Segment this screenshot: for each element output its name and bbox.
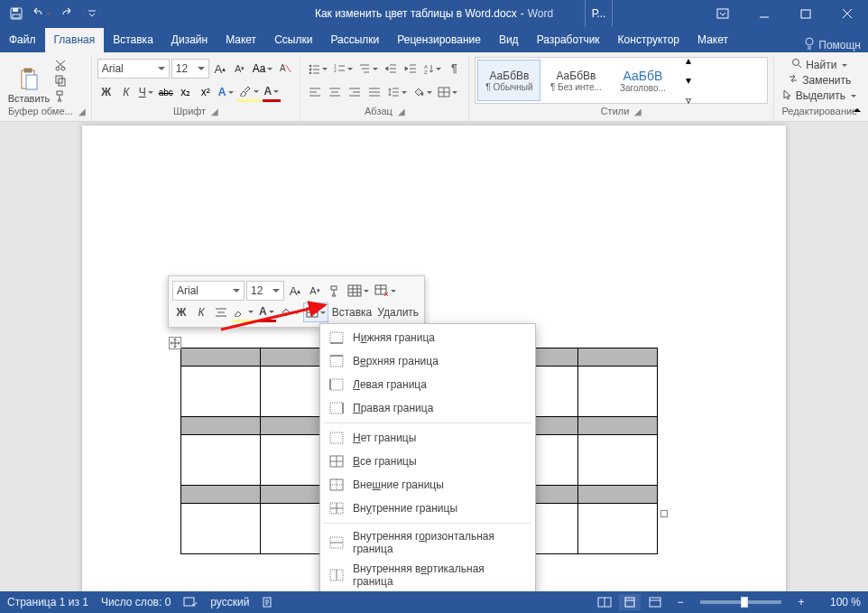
line-spacing-button[interactable] [385,82,409,102]
view-read-mode[interactable] [594,594,615,610]
tab-review[interactable]: Рецензирование [388,28,490,52]
border-menu-item-left[interactable]: Левая граница [320,373,535,396]
dialog-launcher-icon[interactable]: ◢ [398,107,405,116]
styles-gallery[interactable]: АаБбВв ¶ Обычный АаБбВв ¶ Без инте... Аа… [475,57,767,104]
highlight-button[interactable] [237,82,261,102]
tell-me-label[interactable]: Помощн [818,39,861,51]
redo-button[interactable] [56,4,78,23]
tab-developer[interactable]: Разработчик [528,28,609,52]
tab-design[interactable]: Дизайн [162,28,217,52]
find-button[interactable]: Найти [780,57,860,72]
mini-font-size-select[interactable]: 12 [246,281,284,301]
tab-references[interactable]: Ссылки [265,28,321,52]
font-family-select[interactable]: Arial [97,59,170,79]
status-track-changes-icon[interactable] [262,596,274,608]
border-menu-item-none[interactable]: Нет границы [320,426,535,450]
align-center-button[interactable] [326,82,344,102]
border-menu-item-all[interactable]: Все границы [320,450,535,473]
mini-grow-font-button[interactable]: A▴ [286,281,304,301]
mini-insert-table-button[interactable] [346,281,371,301]
zoom-level[interactable]: 100 % [816,596,861,608]
underline-button[interactable]: Ч [137,82,155,102]
border-menu-item-right[interactable]: Правая граница [320,396,535,420]
font-size-select[interactable]: 12 [171,59,209,79]
shrink-font-button[interactable]: A▾ [231,59,249,79]
document-area[interactable]: Arial 12 A▴ A▾ Ж К A Вставка Удалить Ниж… [0,122,868,591]
mini-italic-button[interactable]: К [192,302,210,322]
close-button[interactable] [826,0,868,27]
collapse-ribbon-button[interactable] [850,103,864,117]
borders-button[interactable] [436,82,459,102]
text-effects-button[interactable]: A [217,82,235,102]
zoom-slider[interactable] [700,600,781,604]
subscript-button[interactable]: x₂ [177,82,195,102]
style-heading1[interactable]: АаБбВ Заголово... [611,60,674,101]
status-word-count[interactable]: Число слов: 0 [101,596,171,608]
view-web-layout[interactable] [644,594,666,610]
ribbon-display-options[interactable] [702,0,743,27]
dialog-launcher-icon[interactable]: ◢ [78,107,86,116]
table-move-handle[interactable] [169,337,181,349]
styles-more[interactable]: ▿ [679,90,697,110]
tab-view[interactable]: Вид [490,28,528,52]
superscript-button[interactable]: x² [197,82,215,102]
style-normal[interactable]: АаБбВв ¶ Обычный [477,60,540,101]
tab-file[interactable]: Файл [0,28,45,52]
copy-button[interactable] [51,72,69,88]
clear-formatting-button[interactable]: A [276,59,294,79]
mini-highlight-button[interactable] [232,302,255,322]
minimize-button[interactable] [743,0,785,27]
styles-scroll-down[interactable]: ▾ [679,70,697,90]
mini-shading-button[interactable] [278,302,301,322]
maximize-button[interactable] [785,0,826,27]
border-menu-item-inner-h[interactable]: Внутренняя горизонтальная граница [320,526,535,559]
dialog-launcher-icon[interactable]: ◢ [211,107,218,116]
sort-button[interactable]: AZ [421,59,443,79]
mini-borders-button[interactable] [303,302,328,322]
show-marks-button[interactable]: ¶ [445,59,463,79]
undo-button[interactable] [31,4,52,23]
bold-button[interactable]: Ж [97,82,115,102]
view-print-layout[interactable] [619,594,641,610]
mini-font-color-button[interactable]: A [257,302,276,322]
style-no-spacing[interactable]: АаБбВв ¶ Без инте... [544,60,607,101]
border-menu-item-inner-v[interactable]: Внутренняя вертикальная граница [320,559,535,591]
border-menu-item-bottom[interactable]: Нижняя граница [320,326,535,349]
tab-table-layout[interactable]: Макет [688,28,737,52]
mini-insert-label[interactable]: Вставка [330,302,374,322]
account-placeholder[interactable] [612,0,702,27]
font-color-button[interactable]: A [263,82,282,102]
border-menu-item-top[interactable]: Верхняя граница [320,349,535,373]
context-tab-label[interactable]: Р... [585,0,612,27]
mini-align-button[interactable] [212,302,230,322]
tab-home[interactable]: Главная [45,28,105,52]
tab-mailings[interactable]: Рассылки [321,28,388,52]
mini-delete-table-button[interactable] [373,281,398,301]
mini-shrink-font-button[interactable]: A▾ [306,281,324,301]
mini-format-painter-button[interactable] [326,281,344,301]
status-page[interactable]: Страница 1 из 1 [7,596,88,608]
grow-font-button[interactable]: A▴ [211,59,229,79]
select-button[interactable]: Выделить [780,88,860,104]
bullets-button[interactable] [306,59,329,79]
align-right-button[interactable] [346,82,364,102]
status-language[interactable]: русский [210,596,249,608]
zoom-in-button[interactable]: + [790,594,812,610]
tab-layout[interactable]: Макет [217,28,265,52]
italic-button[interactable]: К [117,82,135,102]
border-menu-item-outer[interactable]: Внешние границы [320,473,535,497]
table-resize-handle[interactable] [660,510,668,517]
justify-button[interactable] [365,82,383,102]
numbering-button[interactable]: 12 [331,59,355,79]
format-painter-button[interactable] [51,88,69,104]
dialog-launcher-icon[interactable]: ◢ [634,107,642,116]
decrease-indent-button[interactable] [382,59,400,79]
replace-button[interactable]: Заменить [780,72,860,88]
status-spellcheck[interactable] [183,596,198,608]
align-left-button[interactable] [306,82,324,102]
multilevel-list-button[interactable] [356,59,380,79]
mini-bold-button[interactable]: Ж [172,302,190,322]
border-menu-item-inner[interactable]: Внутренние границы [320,497,535,520]
tab-table-design[interactable]: Конструктор [609,28,688,52]
strikethrough-button[interactable]: abc [157,82,175,102]
